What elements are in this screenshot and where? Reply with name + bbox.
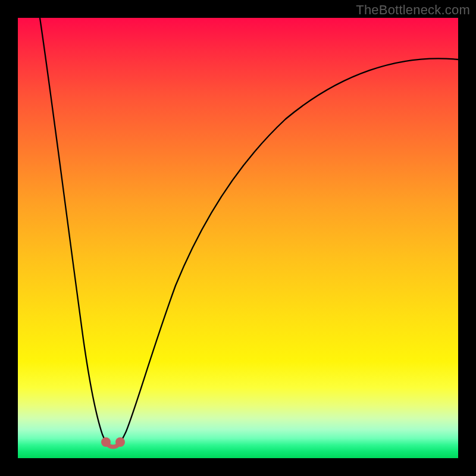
min-marker-left: [101, 437, 111, 447]
watermark-text: TheBottleneck.com: [356, 2, 470, 18]
bottleneck-curve: [18, 18, 458, 458]
plot-area: [18, 18, 458, 458]
curve-left-branch: [40, 18, 108, 445]
curve-bottom-connector: [108, 445, 118, 447]
chart-frame: TheBottleneck.com: [0, 0, 476, 476]
curve-right-branch: [118, 58, 458, 445]
min-marker-right: [115, 437, 125, 447]
